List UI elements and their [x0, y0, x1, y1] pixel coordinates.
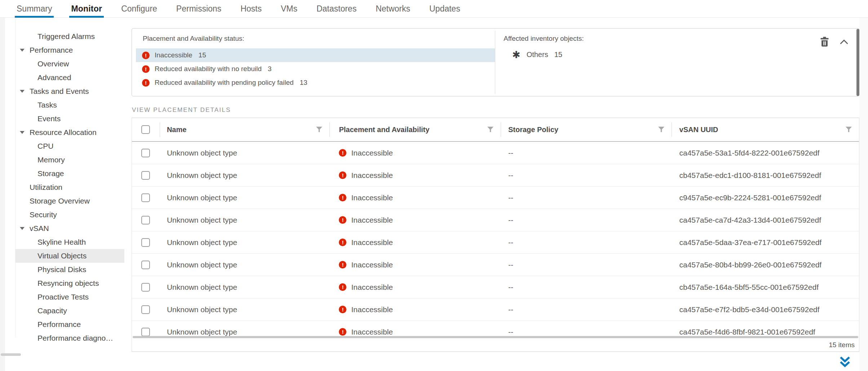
row-checkbox[interactable] [141, 171, 150, 180]
sidebar-horizontal-scrollbar[interactable] [1, 353, 21, 356]
table-row[interactable]: Unknown object typeInaccessible--ca457a5… [132, 142, 859, 164]
sidebar-item-triggered-alarms[interactable]: Triggered Alarms [15, 30, 124, 43]
affected-others-row[interactable]: ✱ Others 15 [512, 50, 562, 60]
sidebar-item-label: Events [37, 114, 61, 123]
sidebar-item-cpu[interactable]: CPU [15, 139, 124, 153]
row-checkbox-cell [132, 142, 160, 164]
filter-icon[interactable] [487, 126, 493, 134]
row-checkbox[interactable] [141, 261, 150, 269]
table-row[interactable]: Unknown object typeInaccessible--cb457a5… [132, 276, 859, 298]
tab-datastores[interactable]: Datastores [316, 0, 356, 17]
vsan-uuid-cell: c9457a5e-ec9b-2224-5281-001e67592edf [672, 187, 859, 209]
tab-configure[interactable]: Configure [121, 0, 157, 17]
placement-cell: Inaccessible [329, 187, 501, 209]
row-checkbox[interactable] [141, 238, 150, 247]
status-label: Reduced availability with no rebuild [155, 65, 262, 73]
table-row[interactable]: Unknown object typeInaccessible--c9457a5… [132, 187, 859, 209]
sidebar-item-security[interactable]: Security [15, 208, 124, 222]
delete-button[interactable] [820, 37, 829, 48]
error-icon [339, 283, 346, 291]
table-row[interactable]: Unknown object typeInaccessible--cb457a5… [132, 164, 859, 187]
placement-cell: Inaccessible [329, 276, 501, 298]
row-checkbox-cell [132, 209, 160, 231]
sidebar-item-physical-disks[interactable]: Physical Disks [15, 263, 124, 276]
sidebar-item-events[interactable]: Events [15, 112, 124, 126]
items-count-label: 15 items [829, 341, 855, 349]
tab-updates[interactable]: Updates [429, 0, 460, 17]
row-checkbox[interactable] [141, 283, 150, 292]
column-header-placement-and-availability[interactable]: Placement and Availability [329, 118, 501, 141]
sidebar-item-virtual-objects[interactable]: Virtual Objects [15, 249, 124, 263]
sidebar-item-label: Triggered Alarms [37, 32, 95, 41]
placement-status-label: Inaccessible [351, 216, 393, 224]
sidebar-item-skyline-health[interactable]: Skyline Health [15, 235, 124, 249]
sidebar-item-utilization[interactable]: Utilization [15, 180, 124, 194]
caret-down-icon[interactable] [20, 90, 30, 93]
caret-down-icon[interactable] [20, 131, 30, 134]
table-row[interactable]: Unknown object typeInaccessible--ca457a5… [132, 231, 859, 254]
tab-permissions[interactable]: Permissions [176, 0, 221, 17]
right-scrollbar-track[interactable] [859, 18, 868, 371]
scroll-to-bottom-button[interactable] [838, 356, 851, 369]
row-checkbox[interactable] [141, 216, 150, 224]
storage-policy-cell: -- [501, 231, 672, 253]
sidebar-item-advanced[interactable]: Advanced [15, 71, 124, 84]
sidebar-item-label: Security [30, 210, 57, 219]
tab-networks[interactable]: Networks [376, 0, 410, 17]
sidebar-item-performance[interactable]: Performance [15, 318, 124, 331]
sidebar-item-storage-overview[interactable]: Storage Overview [15, 194, 124, 208]
column-header-name[interactable]: Name [160, 118, 330, 141]
filter-icon[interactable] [658, 126, 664, 134]
column-header-vsan-uuid[interactable]: vSAN UUID [672, 118, 859, 141]
table-row[interactable]: Unknown object typeInaccessible--ca457a5… [132, 298, 859, 321]
sidebar-item-capacity[interactable]: Capacity [15, 304, 124, 318]
sidebar-item-label: Storage Overview [30, 197, 90, 205]
name-cell: Unknown object type [160, 298, 330, 320]
double-chevron-down-icon [838, 364, 851, 370]
status-row-reduced-availability-with-pending-policy-failed[interactable]: Reduced availability with pending policy… [136, 76, 495, 90]
sidebar-item-overview[interactable]: Overview [15, 57, 124, 71]
column-header-storage-policy[interactable]: Storage Policy [501, 118, 672, 141]
sidebar-item-performance-diagno[interactable]: Performance diagno… [15, 331, 124, 345]
vertical-scrollbar-thumb[interactable] [856, 29, 859, 96]
sidebar-item-performance[interactable]: Performance [15, 43, 124, 57]
sidebar-item-tasks[interactable]: Tasks [15, 98, 124, 112]
vsan-uuid-cell: ca457a5e-e7f2-bdb5-e34d-001e67592edf [672, 298, 859, 320]
sidebar-item-proactive-tests[interactable]: Proactive Tests [15, 290, 124, 304]
view-placement-details-heading: VIEW PLACEMENT DETAILS [132, 106, 231, 114]
sidebar-nav: Triggered AlarmsPerformanceOverviewAdvan… [5, 18, 124, 363]
filter-icon[interactable] [846, 126, 852, 134]
caret-down-icon[interactable] [20, 227, 30, 230]
tab-monitor[interactable]: Monitor [71, 0, 102, 17]
row-checkbox[interactable] [141, 193, 150, 202]
sidebar-item-vsan[interactable]: vSAN [15, 222, 124, 235]
vsan-uuid-cell: cb457a5e-edc1-d100-8181-001e67592edf [672, 164, 859, 186]
affected-objects-title: Affected inventory objects: [504, 35, 584, 43]
row-checkbox[interactable] [141, 328, 150, 336]
caret-down-icon[interactable] [20, 49, 30, 52]
sidebar-item-memory[interactable]: Memory [15, 153, 124, 167]
sidebar-item-storage[interactable]: Storage [15, 167, 124, 180]
placement-status-label: Inaccessible [351, 305, 393, 314]
table-row[interactable]: Unknown object typeInaccessible--ca457a5… [132, 254, 859, 276]
sidebar-item-label: Memory [37, 156, 65, 164]
status-row-inaccessible[interactable]: Inaccessible15 [136, 48, 495, 62]
collapse-panel-button[interactable] [839, 39, 849, 46]
sidebar-item-label: Performance [37, 320, 81, 329]
name-cell: Unknown object type [160, 187, 330, 209]
sidebar-item-label: Tasks [37, 101, 57, 109]
sidebar-item-tasks-and-events[interactable]: Tasks and Events [15, 84, 124, 98]
row-checkbox[interactable] [141, 305, 150, 314]
name-cell: Unknown object type [160, 231, 330, 253]
row-checkbox[interactable] [141, 149, 150, 157]
status-row-reduced-availability-with-no-rebuild[interactable]: Reduced availability with no rebuild3 [136, 62, 495, 76]
table-row[interactable]: Unknown object typeInaccessible--ca457a5… [132, 209, 859, 231]
tab-hosts[interactable]: Hosts [240, 0, 262, 17]
sidebar-item-resource-allocation[interactable]: Resource Allocation [15, 126, 124, 139]
tab-summary[interactable]: Summary [17, 0, 52, 17]
select-all-checkbox[interactable] [141, 125, 150, 134]
chevron-up-icon [839, 39, 849, 46]
filter-icon[interactable] [316, 126, 322, 134]
tab-vms[interactable]: VMs [281, 0, 297, 17]
sidebar-item-resyncing-objects[interactable]: Resyncing objects [15, 276, 124, 290]
